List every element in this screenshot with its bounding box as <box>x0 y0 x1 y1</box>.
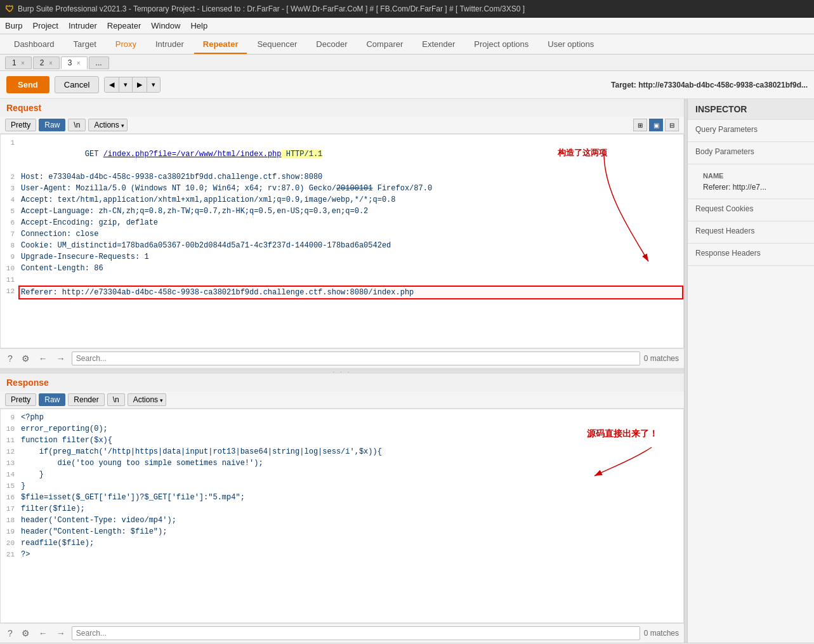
request-line-5: 5 Accept-Language: zh-CN,zh;q=0.8,zh-TW;… <box>1 206 683 217</box>
inspector-title: INSPECTOR <box>688 99 814 120</box>
nav-back-button[interactable]: ◀ <box>105 77 119 92</box>
inspector-request-cookies[interactable]: Request Cookies <box>688 199 814 221</box>
tab-project-options[interactable]: Project options <box>465 36 537 54</box>
response-search-bar: ? ⚙ ← → 0 matches <box>0 623 684 643</box>
inspector-panel: INSPECTOR Query Parameters Body Paramete… <box>687 99 814 643</box>
response-line-13: 13 die('too young too simple sometimes n… <box>1 457 683 469</box>
response-line-9: 9 <?php <box>1 412 683 423</box>
menu-repeater[interactable]: Repeater <box>107 21 141 30</box>
response-line-18: 18 header('Content-Type: video/mp4'); <box>1 515 683 526</box>
tab-extender[interactable]: Extender <box>413 36 464 54</box>
request-line-8: 8 Cookie: UM_distinctid=178bad6a05367-00… <box>1 240 683 251</box>
request-search-bar: ? ⚙ ← → 0 matches <box>0 348 684 368</box>
inspector-cookies-label: Request Cookies <box>695 204 806 213</box>
request-line-12: 12 Referer: http://e73304ab-d4bc-458c-99… <box>1 286 683 299</box>
burp-icon: 🛡 <box>5 4 14 14</box>
view-full-btn[interactable]: ⊟ <box>665 119 679 131</box>
tab-decoder[interactable]: Decoder <box>307 36 356 54</box>
request-search-back[interactable]: ← <box>36 352 50 365</box>
request-search-forward[interactable]: → <box>54 352 68 365</box>
response-line-20: 20 readfile($file); <box>1 537 683 549</box>
inspector-referer-item: Referer: http://e7... <box>695 181 806 194</box>
response-line-16: 16 $file=isset($_GET['file'])?$_GET['fil… <box>1 492 683 503</box>
repeater-tab-1[interactable]: 1 × <box>5 56 32 69</box>
repeater-tabs: 1 × 2 × 3 × ... <box>0 55 814 71</box>
left-panel: Request Pretty Raw \n Actions ▾ ⊞ ▣ ⊟ 1 <box>0 99 685 643</box>
menu-help[interactable]: Help <box>190 21 207 30</box>
tab-dashboard[interactable]: Dashboard <box>5 36 63 54</box>
menu-project[interactable]: Project <box>32 21 58 30</box>
response-section: Response Pretty Raw Render \n Actions ▾ … <box>0 374 684 643</box>
request-newline-btn[interactable]: \n <box>68 119 86 131</box>
request-section-header: Request <box>0 99 684 117</box>
menu-intruder[interactable]: Intruder <box>69 21 97 30</box>
response-section-header: Response <box>0 374 684 391</box>
annotation-source: 源码直接出来了！ <box>587 428 658 440</box>
send-button[interactable]: Send <box>6 76 49 93</box>
request-help-icon[interactable]: ? <box>5 352 15 365</box>
response-settings-icon[interactable]: ⚙ <box>19 627 32 640</box>
response-help-icon[interactable]: ? <box>5 627 15 640</box>
inspector-body-params[interactable]: Body Parameters <box>688 142 814 164</box>
response-pretty-btn[interactable]: Pretty <box>5 393 36 406</box>
toolbar: Send Cancel ◀ ▾ ▶ ▾ Target: http://e7330… <box>0 71 814 99</box>
titlebar: 🛡 Burp Suite Professional v2021.3 - Temp… <box>0 0 814 18</box>
response-actions-btn[interactable]: Actions ▾ <box>128 393 167 406</box>
request-btn-bar: Pretty Raw \n Actions ▾ ⊞ ▣ ⊟ <box>0 117 684 134</box>
response-search-input[interactable] <box>72 626 640 640</box>
view-split-btn[interactable]: ⊞ <box>633 119 647 131</box>
request-line-4: 4 Accept: text/html,application/xhtml+xm… <box>1 194 683 206</box>
response-code-area[interactable]: 9 <?php 10 error_reporting(0); 11 functi… <box>0 409 684 623</box>
menu-burp[interactable]: Burp <box>5 21 22 30</box>
response-search-back[interactable]: ← <box>36 627 50 640</box>
title-text: Burp Suite Professional v2021.3 - Tempor… <box>18 4 525 13</box>
top-navigation: Dashboard Target Proxy Intruder Repeater… <box>0 34 814 55</box>
response-line-15: 15 } <box>1 480 683 492</box>
response-line-11: 11 function filter($x){ <box>1 435 683 446</box>
tab-sequencer[interactable]: Sequencer <box>248 36 306 54</box>
request-code-area[interactable]: 1 GET /index.php?file=/var/www/html/inde… <box>0 134 684 348</box>
tab-target[interactable]: Target <box>65 36 105 54</box>
request-line-6: 6 Accept-Encoding: gzip, deflate <box>1 217 683 228</box>
view-panel-btn[interactable]: ▣ <box>649 119 663 131</box>
response-line-12: 12 if(preg_match('/http|https|data|input… <box>1 446 683 457</box>
response-newline-btn[interactable]: \n <box>107 393 125 406</box>
request-code-wrapper: 1 GET /index.php?file=/var/www/html/inde… <box>0 134 684 368</box>
repeater-tab-3[interactable]: 3 × <box>61 56 88 69</box>
inspector-response-headers[interactable]: Response Headers <box>688 244 814 266</box>
tab-repeater[interactable]: Repeater <box>194 36 247 54</box>
tab-proxy[interactable]: Proxy <box>107 36 145 54</box>
inspector-request-headers[interactable]: Request Headers <box>688 221 814 244</box>
inspector-query-params-label: Query Parameters <box>695 125 806 134</box>
response-btn-bar: Pretty Raw Render \n Actions ▾ <box>0 391 684 409</box>
request-search-input[interactable] <box>72 352 640 365</box>
request-settings-icon[interactable]: ⚙ <box>19 352 32 365</box>
request-raw-btn[interactable]: Raw <box>39 119 65 131</box>
request-section: Request Pretty Raw \n Actions ▾ ⊞ ▣ ⊟ 1 <box>0 99 684 370</box>
main-layout: Request Pretty Raw \n Actions ▾ ⊞ ▣ ⊟ 1 <box>0 99 814 643</box>
response-line-10: 10 error_reporting(0); <box>1 423 683 435</box>
request-line-2: 2 Host: e73304ab-d4bc-458c-9938-ca38021b… <box>1 171 683 183</box>
response-render-btn[interactable]: Render <box>68 393 104 406</box>
inspector-query-params[interactable]: Query Parameters <box>688 120 814 142</box>
menu-window[interactable]: Window <box>151 21 180 30</box>
response-search-forward[interactable]: → <box>54 627 68 640</box>
request-actions-btn[interactable]: Actions ▾ <box>88 119 128 131</box>
request-pretty-btn[interactable]: Pretty <box>5 119 36 131</box>
nav-forward-button[interactable]: ▶ <box>133 77 147 92</box>
nav-back-dropdown[interactable]: ▾ <box>119 77 133 92</box>
inspector-res-headers-label: Response Headers <box>695 249 806 258</box>
response-line-21: 21 ?> <box>1 549 683 560</box>
tab-comparer[interactable]: Comparer <box>357 36 412 54</box>
nav-forward-dropdown[interactable]: ▾ <box>147 77 160 92</box>
repeater-tab-2[interactable]: 2 × <box>33 56 60 69</box>
response-matches-label: 0 matches <box>644 629 679 638</box>
response-code-wrapper: 9 <?php 10 error_reporting(0); 11 functi… <box>0 409 684 643</box>
tab-intruder[interactable]: Intruder <box>147 36 193 54</box>
response-raw-btn[interactable]: Raw <box>39 393 65 406</box>
tab-user-options[interactable]: User options <box>539 36 603 54</box>
nav-button-group: ◀ ▾ ▶ ▾ <box>104 77 161 93</box>
repeater-tab-more[interactable]: ... <box>89 56 109 69</box>
cancel-button[interactable]: Cancel <box>55 76 99 93</box>
response-line-17: 17 filter($file); <box>1 503 683 515</box>
